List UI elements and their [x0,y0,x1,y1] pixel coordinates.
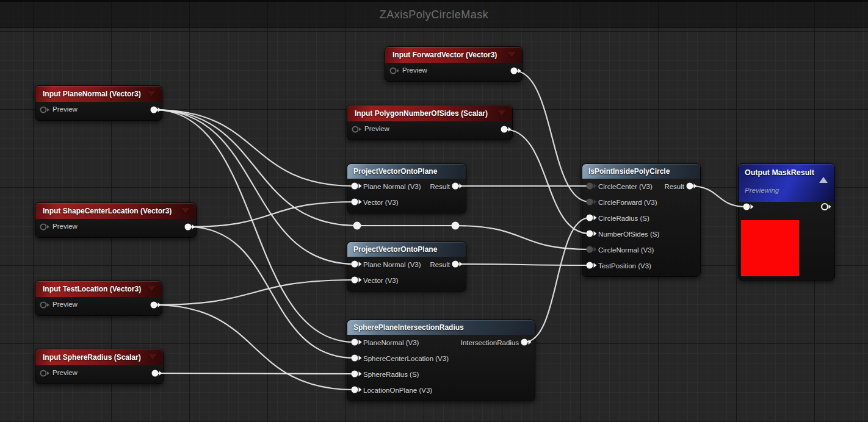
pin-label: Preview [364,125,389,132]
reroute-node[interactable] [353,222,361,230]
node-header-ispointinsidepolycircle[interactable]: IsPointInsidePolyCircle [582,164,700,179]
pin-label: NumberOfSides (S) [598,231,659,238]
node-row: SphereRadius (S) [347,367,535,382]
node-sphereplaneintersectionradius[interactable]: SpherePlaneIntersectionRadiusPlaneNormal… [347,320,535,401]
node-title: ProjectVectorOntoPlane [353,167,437,176]
pin-label: Vector (V3) [363,277,399,284]
node-row: Vector (V3) [347,195,466,210]
node-row: Plane Normal (V3)Result [347,179,466,195]
node-row: CircleNormal (V3) [582,242,700,258]
node-row: CircleRadius (S) [582,210,700,226]
pin-label: Result [664,183,684,190]
wire-tl.out-to-spir.in3[interactable] [154,305,355,390]
wire-pn.out-to-pvop1.in0[interactable] [154,110,355,186]
chevron-down-icon[interactable] [507,52,516,57]
wire-scl.out-to-pvop1.in1[interactable] [188,202,355,227]
pin-label: LocationOnPlane (V3) [363,387,432,394]
pin-label: Preview [402,66,427,74]
node-header-input-sphereradius[interactable]: Input SphereRadius (Scalar) [35,349,163,365]
node-title: SpherePlaneIntersectionRadius [353,323,464,332]
node-title: ProjectVectorOntoPlane [353,245,437,254]
chevron-down-icon[interactable] [148,354,157,360]
pin-label: SphereCenterLocation (V3) [363,355,449,362]
chevron-up-icon[interactable] [819,177,828,183]
pin-label: CircleForward (V3) [598,199,657,206]
node-row: CircleForward (V3) [582,195,700,210]
pin-label: Preview [52,301,78,308]
node-ispointinsidepolycircle[interactable]: IsPointInsidePolyCircleCircleCenter (V3)… [582,163,701,277]
node-title: Input PolygonNumberOfSides (Scalar) [355,109,488,118]
node-title: Input ForwardVector (Vector3) [392,51,497,59]
node-title: Output MaskResult [745,168,834,177]
preview-swatch [741,220,799,276]
node-header-input-polygonnumberofsides[interactable]: Input PolygonNumberOfSides (Scalar) [347,106,512,121]
graph-title: ZAxisPolyCircleMask [380,9,489,21]
node-header-input-planenormal[interactable]: Input PlaneNormal (Vector3) [35,86,162,102]
node-row: Preview [35,296,162,312]
node-input-planenormal[interactable]: Input PlaneNormal (Vector3)Preview [35,85,162,121]
node-row: PlaneNormal (V3)IntersectionRadius [347,335,535,351]
node-input-polygonnumberofsides[interactable]: Input PolygonNumberOfSides (Scalar)Previ… [347,105,513,140]
pin-label: CircleCenter (V3) [598,183,653,190]
node-row: Preview [35,218,196,234]
node-header-input-testlocation[interactable]: Input TestLocation (Vector3) [35,281,162,297]
node-input-forwardvector[interactable]: Input ForwardVector (Vector3)Preview [385,46,523,82]
pin-label: Result [430,261,450,268]
node-input-sphereradius[interactable]: Input SphereRadius (Scalar)Preview [35,349,164,384]
node-row: TestPosition (V3) [582,258,700,274]
node-row: LocationOnPlane (V3) [347,382,535,398]
chevron-down-icon[interactable] [147,91,156,96]
node-row: SphereCenterLocation (V3) [347,351,535,367]
node-input-shapecenterlocation[interactable]: Input ShapeCenterLocation (Vector3)Previ… [35,202,197,238]
pin-label: Vector (V3) [363,199,399,206]
pin-label: IntersectionRadius [461,339,519,346]
pin-label: CircleNormal (V3) [598,246,654,254]
pin-label: Plane Normal (V3) [363,183,421,190]
node-row: Preview [35,365,163,381]
node-input-testlocation[interactable]: Input TestLocation (Vector3)Preview [35,281,162,316]
pin-label: Preview [52,369,78,376]
node-row: Vector (V3) [347,273,466,288]
node-header-input-forwardvector[interactable]: Input ForwardVector (Vector3) [385,47,522,63]
wire-rr2-to-isp.in4[interactable] [455,226,590,249]
chevron-down-icon[interactable] [147,286,156,291]
node-row: Plane Normal (V3)Result [347,257,466,273]
previewing-label: Previewing [745,187,779,194]
node-projectvectorontoplane-1[interactable]: ProjectVectorOntoPlanePlane Normal (V3)R… [347,163,466,213]
node-header-output-maskresult[interactable]: Output MaskResultPreviewing [739,164,834,202]
node-header-sphereplaneintersectionradius[interactable]: SpherePlaneIntersectionRadius [347,320,535,335]
pin-label: Plane Normal (V3) [363,261,421,268]
pin-label: Result [430,183,450,190]
node-header-input-shapecenterlocation[interactable]: Input ShapeCenterLocation (Vector3) [35,203,196,219]
wire-tl.out-to-pvop2.in1[interactable] [154,280,355,305]
node-title: IsPointInsidePolyCircle [588,167,670,176]
node-projectvectorontoplane-2[interactable]: ProjectVectorOntoPlanePlane Normal (V3)R… [347,241,466,291]
wire-pnos.out-to-isp.in3[interactable] [504,129,590,234]
node-title: Input ShapeCenterLocation (Vector3) [43,207,172,215]
pin-label: Preview [52,223,78,230]
pin-label: Preview [52,106,78,113]
reroute-node[interactable] [452,222,460,230]
node-row: Preview [385,62,522,78]
wire-pvop2.out-to-isp.in5[interactable] [455,264,590,265]
node-title: Input TestLocation (Vector3) [43,285,141,293]
node-row: Preview [35,101,162,117]
pin-label: PlaneNormal (V3) [363,339,419,346]
wire-pn.out-to-pvop2.in0[interactable] [154,110,355,264]
node-header-projectvectorontoplane-2[interactable]: ProjectVectorOntoPlane [347,242,466,257]
wire-scl.out-to-spir.in1[interactable] [188,227,355,358]
chevron-down-icon[interactable] [497,110,506,116]
graph-canvas[interactable]: ZAxisPolyCircleMask Input PlaneNormal (V… [0,0,868,422]
graph-title-bar: ZAxisPolyCircleMask [0,0,868,28]
node-row: Preview [347,121,512,137]
chevron-down-icon[interactable] [181,208,190,213]
node-output-maskresult[interactable]: Output MaskResultPreviewing [738,163,835,281]
pin-label: SphereRadius (S) [363,371,419,378]
wire-sr.out-to-spir.in2[interactable] [155,373,355,374]
pin-label: TestPosition (V3) [598,262,651,270]
node-row: CircleCenter (V3)Result [582,179,700,195]
node-title: Input PlaneNormal (Vector3) [43,90,141,98]
node-header-projectvectorontoplane-1[interactable]: ProjectVectorOntoPlane [347,164,466,179]
pin-label: CircleRadius (S) [598,215,649,222]
wire-fv.out-to-isp.in1[interactable] [514,71,590,202]
